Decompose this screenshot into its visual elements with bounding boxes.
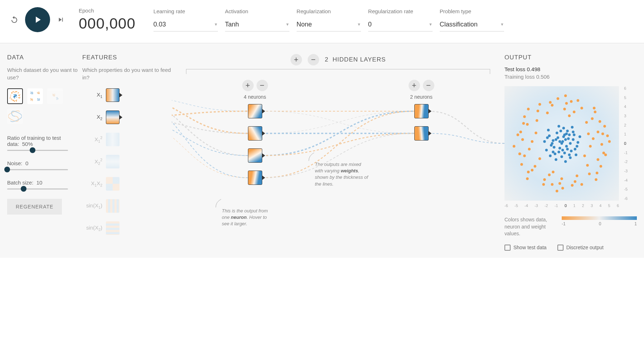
feature-thumb[interactable] — [106, 110, 119, 124]
chevron-down-icon: ▼ — [286, 22, 289, 26]
svg-point-239 — [558, 140, 561, 143]
svg-point-192 — [565, 145, 568, 147]
svg-point-234 — [569, 142, 571, 144]
svg-point-232 — [564, 138, 567, 141]
svg-point-207 — [569, 156, 571, 159]
svg-point-16 — [13, 96, 14, 97]
slider-thumb[interactable] — [30, 147, 35, 153]
features-list: X1X2X12X22X1X2sin(X1)sin(X2) — [82, 88, 172, 235]
regularization-select[interactable]: None ▼ — [297, 19, 361, 31]
svg-point-206 — [545, 149, 548, 151]
noise-slider-row: Noise: 0 — [7, 160, 82, 170]
svg-point-130 — [30, 100, 31, 100]
svg-point-287 — [522, 122, 525, 124]
hidden-layers-header: + − 2 HIDDEN LAYERS — [172, 54, 504, 65]
svg-point-48 — [12, 92, 13, 93]
svg-point-113 — [38, 91, 39, 92]
check-test-label: Show test data — [513, 245, 547, 250]
feature-item[interactable]: X1X2 — [82, 177, 172, 191]
add-neuron-button[interactable]: + — [242, 80, 254, 91]
dataset-circle[interactable] — [7, 88, 23, 104]
show-test-data-checkbox[interactable]: Show test data — [504, 245, 547, 251]
svg-point-289 — [520, 163, 523, 166]
output-plot[interactable]: 6543210-1-2-3-4-5-6 -6-5-4-3-2-10123456 — [504, 86, 619, 201]
learning-rate-select[interactable]: 0.03 ▼ — [153, 19, 218, 31]
problem-label: Problem type — [440, 8, 504, 14]
test-loss-value: 0.498 — [527, 66, 541, 72]
svg-point-164 — [54, 95, 55, 96]
neuron[interactable] — [248, 171, 262, 185]
noise-slider[interactable] — [7, 169, 68, 170]
svg-point-296 — [608, 140, 611, 143]
feature-thumb[interactable] — [106, 133, 119, 146]
reg-rate-select[interactable]: 0 ▼ — [368, 19, 433, 31]
svg-point-311 — [551, 183, 553, 186]
svg-point-197 — [563, 152, 566, 154]
neuron[interactable] — [248, 126, 262, 141]
regenerate-button[interactable]: REGENERATE — [7, 199, 62, 215]
dataset-gauss[interactable] — [47, 88, 63, 104]
network-panel: + − 2 HIDDEN LAYERS +−4 neurons+−2 neuro… — [172, 54, 504, 251]
svg-point-270 — [604, 153, 607, 156]
layer-caption: 4 neurons — [244, 94, 266, 100]
neuron[interactable] — [414, 126, 429, 141]
remove-neuron-button[interactable]: − — [423, 80, 434, 91]
features-subtitle: Which properties do you want to feed in? — [82, 66, 172, 81]
neuron[interactable] — [248, 148, 262, 163]
feature-item[interactable]: X2 — [82, 110, 172, 124]
feature-thumb[interactable] — [106, 199, 119, 213]
feature-thumb[interactable] — [106, 221, 119, 235]
svg-point-260 — [557, 97, 559, 100]
svg-point-75 — [31, 93, 32, 94]
svg-point-241 — [597, 131, 599, 133]
svg-point-46 — [20, 94, 20, 95]
svg-point-309 — [549, 101, 551, 104]
slider-thumb[interactable] — [4, 167, 10, 172]
feature-item[interactable]: X12 — [82, 133, 172, 146]
dataset-spiral[interactable] — [7, 108, 23, 124]
svg-point-249 — [523, 154, 526, 157]
feature-item[interactable]: sin(X2) — [82, 221, 172, 235]
svg-point-226 — [576, 145, 578, 147]
add-layer-button[interactable]: + — [291, 54, 302, 65]
plot-x-axis: -6-5-4-3-2-10123456 — [504, 203, 619, 208]
ratio-slider[interactable] — [7, 150, 68, 151]
remove-layer-button[interactable]: − — [308, 54, 319, 65]
svg-point-108 — [38, 98, 38, 99]
step-button[interactable] — [54, 13, 68, 27]
svg-point-256 — [600, 143, 603, 146]
noise-label: Noise: 0 — [7, 160, 82, 166]
play-button[interactable] — [25, 7, 50, 32]
svg-point-144 — [30, 98, 31, 99]
feature-thumb[interactable] — [106, 88, 119, 102]
svg-point-201 — [554, 153, 556, 155]
activation-select[interactable]: Tanh ▼ — [225, 19, 289, 31]
reset-button[interactable] — [7, 13, 21, 27]
feature-item[interactable]: X22 — [82, 155, 172, 168]
activation-value: Tanh — [225, 21, 239, 28]
feature-thumb[interactable] — [106, 155, 119, 168]
batch-slider[interactable] — [7, 188, 68, 190]
dataset-xor[interactable] — [27, 88, 43, 104]
problem-select[interactable]: Classification ▼ — [440, 19, 504, 31]
svg-point-261 — [538, 103, 541, 105]
hidden-layer: +−4 neurons — [242, 80, 268, 185]
svg-point-225 — [565, 133, 568, 135]
svg-point-211 — [564, 160, 567, 163]
feature-item[interactable]: X1 — [82, 88, 172, 102]
svg-point-210 — [543, 140, 546, 143]
neuron[interactable] — [414, 104, 429, 118]
slider-thumb[interactable] — [21, 186, 26, 192]
feature-item[interactable]: sin(X1) — [82, 199, 172, 213]
remove-neuron-button[interactable]: − — [257, 80, 268, 91]
add-neuron-button[interactable]: + — [409, 80, 420, 91]
triangle-icon — [429, 131, 431, 136]
svg-point-216 — [560, 142, 563, 144]
feature-thumb[interactable] — [106, 177, 119, 191]
svg-point-214 — [575, 153, 577, 156]
svg-point-193 — [557, 136, 559, 139]
neuron[interactable] — [248, 104, 262, 118]
discretize-output-checkbox[interactable]: Discretize output — [557, 245, 604, 251]
svg-point-106 — [39, 100, 39, 101]
svg-point-305 — [519, 131, 522, 133]
